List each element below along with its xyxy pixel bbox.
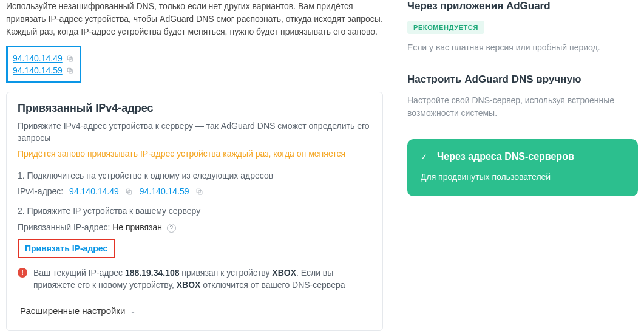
advanced-settings-label: Расширенные настройки bbox=[20, 305, 125, 316]
alert-text: Ваш текущий IP-адрес 188.19.34.108 привя… bbox=[33, 267, 371, 292]
help-icon[interactable]: ? bbox=[167, 224, 176, 233]
alert-icon: ! bbox=[18, 268, 27, 278]
bound-ip-value: Не привязан bbox=[112, 222, 162, 232]
check-icon: ✓ bbox=[421, 152, 427, 162]
copy-icon[interactable] bbox=[66, 54, 75, 63]
card-subtitle: Привяжите IPv4-адрес устройства к сервер… bbox=[18, 120, 371, 145]
step-1: 1. Подключитесь на устройстве к одному и… bbox=[18, 169, 371, 182]
side-apps-note: Если у вас платная версия или пробный пе… bbox=[407, 41, 638, 54]
ipv4-label: IPv4-адрес: bbox=[18, 186, 63, 196]
recommended-badge: РЕКОМЕНДУЕТСЯ bbox=[407, 21, 484, 34]
copy-icon[interactable] bbox=[125, 187, 134, 196]
copy-icon[interactable] bbox=[66, 66, 75, 75]
side-manual-note: Настройте свой DNS-сервер, используя вст… bbox=[407, 94, 638, 120]
bind-ip-highlight-box: Привязать IP-адрес bbox=[18, 239, 115, 258]
top-dns-address-2[interactable]: 94.140.14.59 bbox=[13, 66, 63, 75]
side-apps-title: Через приложения AdGuard bbox=[407, 0, 638, 12]
ipv4-binding-card: Привязанный IPv4-адрес Привяжите IPv4-ад… bbox=[6, 92, 383, 331]
dns-servers-title: Через адреса DNS-серверов bbox=[437, 151, 574, 162]
bind-ip-link[interactable]: Привязать IP-адрес bbox=[25, 244, 107, 253]
chevron-down-icon: ⌄ bbox=[130, 307, 136, 315]
card-title: Привязанный IPv4-адрес bbox=[18, 102, 371, 115]
intro-text: Используйте незашифрованный DNS, только … bbox=[6, 0, 383, 38]
ipv4-address-2[interactable]: 94.140.14.59 bbox=[140, 186, 189, 196]
top-dns-address-1[interactable]: 94.140.14.49 bbox=[13, 53, 63, 63]
side-manual-block: Настроить AdGuard DNS вручную Настройте … bbox=[407, 73, 638, 120]
side-apps-block: Через приложения AdGuard РЕКОМЕНДУЕТСЯ Е… bbox=[407, 0, 638, 54]
dns-servers-card[interactable]: ✓ Через адреса DNS-серверов Для продвину… bbox=[407, 139, 638, 196]
step-2: 2. Привяжите IP устройства к вашему серв… bbox=[18, 205, 371, 217]
dns-servers-subtitle: Для продвинутых пользователей bbox=[421, 172, 625, 182]
ipv4-address-1[interactable]: 94.140.14.49 bbox=[69, 186, 119, 196]
bound-ip-line: Привязанный IP-адрес: Не привязан ? bbox=[18, 222, 371, 233]
copy-icon[interactable] bbox=[195, 187, 204, 196]
side-manual-title: Настроить AdGuard DNS вручную bbox=[407, 73, 638, 86]
advanced-settings-toggle[interactable]: Расширенные настройки ⌄ bbox=[18, 301, 371, 321]
ip-conflict-alert: ! Ваш текущий IP-адрес 188.19.34.108 при… bbox=[18, 267, 371, 292]
top-dns-highlight-box: 94.140.14.49 94.140.14.59 bbox=[6, 46, 81, 83]
bound-ip-label: Привязанный IP-адрес: bbox=[18, 222, 110, 232]
card-warning: Придётся заново привязывать IP-адрес уст… bbox=[18, 148, 371, 160]
